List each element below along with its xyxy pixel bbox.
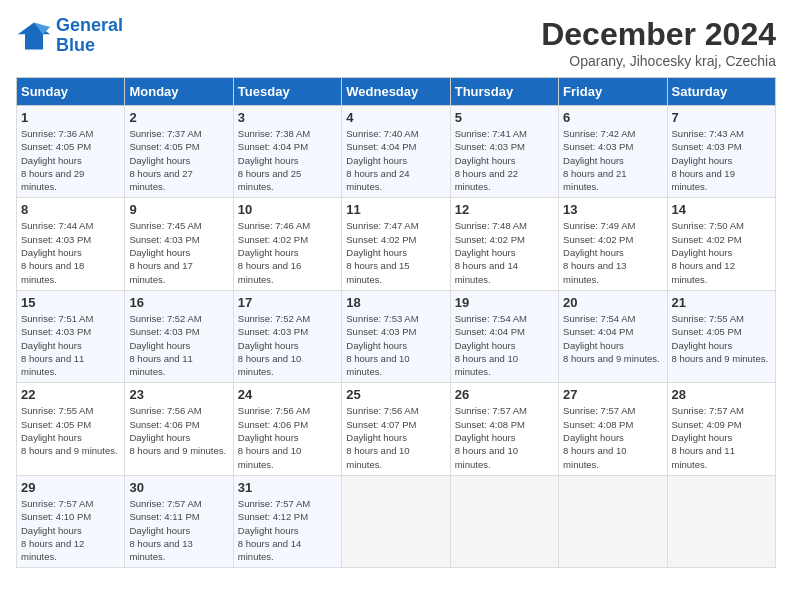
day-number: 6 [563,110,662,125]
calendar-cell: 1 Sunrise: 7:36 AM Sunset: 4:05 PM Dayli… [17,106,125,198]
col-wednesday: Wednesday [342,78,450,106]
col-tuesday: Tuesday [233,78,341,106]
day-info: Sunrise: 7:37 AM Sunset: 4:05 PM Dayligh… [129,127,228,193]
calendar-cell: 18 Sunrise: 7:53 AM Sunset: 4:03 PM Dayl… [342,290,450,382]
day-info: Sunrise: 7:57 AM Sunset: 4:11 PM Dayligh… [129,497,228,563]
day-number: 18 [346,295,445,310]
logo-icon [16,18,52,54]
day-info: Sunrise: 7:42 AM Sunset: 4:03 PM Dayligh… [563,127,662,193]
day-info: Sunrise: 7:53 AM Sunset: 4:03 PM Dayligh… [346,312,445,378]
day-number: 27 [563,387,662,402]
day-number: 21 [672,295,771,310]
col-saturday: Saturday [667,78,775,106]
calendar-cell: 4 Sunrise: 7:40 AM Sunset: 4:04 PM Dayli… [342,106,450,198]
day-number: 23 [129,387,228,402]
day-info: Sunrise: 7:56 AM Sunset: 4:06 PM Dayligh… [238,404,337,470]
day-info: Sunrise: 7:46 AM Sunset: 4:02 PM Dayligh… [238,219,337,285]
day-number: 22 [21,387,120,402]
day-number: 14 [672,202,771,217]
calendar-cell: 14 Sunrise: 7:50 AM Sunset: 4:02 PM Dayl… [667,198,775,290]
col-thursday: Thursday [450,78,558,106]
day-info: Sunrise: 7:48 AM Sunset: 4:02 PM Dayligh… [455,219,554,285]
calendar-cell: 6 Sunrise: 7:42 AM Sunset: 4:03 PM Dayli… [559,106,667,198]
calendar-cell: 16 Sunrise: 7:52 AM Sunset: 4:03 PM Dayl… [125,290,233,382]
calendar-cell: 17 Sunrise: 7:52 AM Sunset: 4:03 PM Dayl… [233,290,341,382]
calendar-cell: 27 Sunrise: 7:57 AM Sunset: 4:08 PM Dayl… [559,383,667,475]
day-info: Sunrise: 7:45 AM Sunset: 4:03 PM Dayligh… [129,219,228,285]
day-info: Sunrise: 7:47 AM Sunset: 4:02 PM Dayligh… [346,219,445,285]
day-info: Sunrise: 7:57 AM Sunset: 4:12 PM Dayligh… [238,497,337,563]
calendar-cell: 10 Sunrise: 7:46 AM Sunset: 4:02 PM Dayl… [233,198,341,290]
calendar-cell: 26 Sunrise: 7:57 AM Sunset: 4:08 PM Dayl… [450,383,558,475]
calendar-cell: 8 Sunrise: 7:44 AM Sunset: 4:03 PM Dayli… [17,198,125,290]
day-info: Sunrise: 7:41 AM Sunset: 4:03 PM Dayligh… [455,127,554,193]
calendar-cell: 20 Sunrise: 7:54 AM Sunset: 4:04 PM Dayl… [559,290,667,382]
logo-text: General Blue [56,16,123,56]
day-number: 8 [21,202,120,217]
day-number: 15 [21,295,120,310]
calendar-cell: 28 Sunrise: 7:57 AM Sunset: 4:09 PM Dayl… [667,383,775,475]
day-number: 11 [346,202,445,217]
calendar-cell [450,475,558,567]
day-info: Sunrise: 7:54 AM Sunset: 4:04 PM Dayligh… [455,312,554,378]
calendar-cell: 12 Sunrise: 7:48 AM Sunset: 4:02 PM Dayl… [450,198,558,290]
day-number: 12 [455,202,554,217]
calendar-cell: 19 Sunrise: 7:54 AM Sunset: 4:04 PM Dayl… [450,290,558,382]
day-info: Sunrise: 7:43 AM Sunset: 4:03 PM Dayligh… [672,127,771,193]
calendar-cell [342,475,450,567]
day-info: Sunrise: 7:36 AM Sunset: 4:05 PM Dayligh… [21,127,120,193]
day-info: Sunrise: 7:51 AM Sunset: 4:03 PM Dayligh… [21,312,120,378]
col-sunday: Sunday [17,78,125,106]
day-info: Sunrise: 7:56 AM Sunset: 4:07 PM Dayligh… [346,404,445,470]
day-number: 29 [21,480,120,495]
calendar-cell: 25 Sunrise: 7:56 AM Sunset: 4:07 PM Dayl… [342,383,450,475]
calendar-cell: 23 Sunrise: 7:56 AM Sunset: 4:06 PM Dayl… [125,383,233,475]
day-number: 28 [672,387,771,402]
day-number: 3 [238,110,337,125]
day-number: 25 [346,387,445,402]
day-number: 30 [129,480,228,495]
day-number: 10 [238,202,337,217]
calendar-cell: 29 Sunrise: 7:57 AM Sunset: 4:10 PM Dayl… [17,475,125,567]
calendar-cell: 2 Sunrise: 7:37 AM Sunset: 4:05 PM Dayli… [125,106,233,198]
col-friday: Friday [559,78,667,106]
day-number: 31 [238,480,337,495]
day-info: Sunrise: 7:55 AM Sunset: 4:05 PM Dayligh… [21,404,120,457]
calendar-cell [667,475,775,567]
day-info: Sunrise: 7:57 AM Sunset: 4:10 PM Dayligh… [21,497,120,563]
calendar-cell: 7 Sunrise: 7:43 AM Sunset: 4:03 PM Dayli… [667,106,775,198]
calendar-cell: 15 Sunrise: 7:51 AM Sunset: 4:03 PM Dayl… [17,290,125,382]
day-number: 1 [21,110,120,125]
day-info: Sunrise: 7:57 AM Sunset: 4:08 PM Dayligh… [563,404,662,470]
calendar-cell [559,475,667,567]
day-info: Sunrise: 7:55 AM Sunset: 4:05 PM Dayligh… [672,312,771,365]
calendar-cell: 22 Sunrise: 7:55 AM Sunset: 4:05 PM Dayl… [17,383,125,475]
col-monday: Monday [125,78,233,106]
calendar-cell: 30 Sunrise: 7:57 AM Sunset: 4:11 PM Dayl… [125,475,233,567]
day-info: Sunrise: 7:56 AM Sunset: 4:06 PM Dayligh… [129,404,228,457]
calendar-cell: 21 Sunrise: 7:55 AM Sunset: 4:05 PM Dayl… [667,290,775,382]
day-number: 24 [238,387,337,402]
logo: General Blue [16,16,123,56]
day-info: Sunrise: 7:49 AM Sunset: 4:02 PM Dayligh… [563,219,662,285]
month-title: December 2024 [541,16,776,53]
day-info: Sunrise: 7:54 AM Sunset: 4:04 PM Dayligh… [563,312,662,365]
day-info: Sunrise: 7:52 AM Sunset: 4:03 PM Dayligh… [238,312,337,378]
day-number: 9 [129,202,228,217]
day-info: Sunrise: 7:44 AM Sunset: 4:03 PM Dayligh… [21,219,120,285]
day-number: 17 [238,295,337,310]
day-info: Sunrise: 7:52 AM Sunset: 4:03 PM Dayligh… [129,312,228,378]
day-number: 5 [455,110,554,125]
day-number: 19 [455,295,554,310]
title-block: December 2024 Oparany, Jihocesky kraj, C… [541,16,776,69]
calendar-cell: 9 Sunrise: 7:45 AM Sunset: 4:03 PM Dayli… [125,198,233,290]
page-header: General Blue December 2024 Oparany, Jiho… [16,16,776,69]
day-info: Sunrise: 7:38 AM Sunset: 4:04 PM Dayligh… [238,127,337,193]
calendar-cell: 24 Sunrise: 7:56 AM Sunset: 4:06 PM Dayl… [233,383,341,475]
day-info: Sunrise: 7:57 AM Sunset: 4:09 PM Dayligh… [672,404,771,470]
day-info: Sunrise: 7:40 AM Sunset: 4:04 PM Dayligh… [346,127,445,193]
day-number: 26 [455,387,554,402]
day-number: 4 [346,110,445,125]
day-number: 20 [563,295,662,310]
day-number: 13 [563,202,662,217]
